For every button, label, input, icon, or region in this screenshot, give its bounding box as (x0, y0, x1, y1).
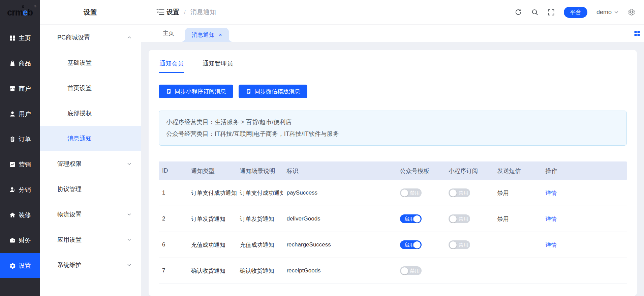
settings-gear-icon[interactable] (628, 8, 635, 16)
sidebar-item-grid[interactable]: 主页 (0, 25, 40, 51)
detail-link[interactable]: 详情 (546, 242, 557, 248)
settings-menu-item-label: 应用设置 (57, 236, 82, 244)
column-header: 公众号模板 (397, 167, 445, 175)
decorate-icon (9, 212, 16, 218)
tab-notify-member[interactable]: 通知会员 (159, 54, 184, 73)
column-header: 通知类型 (188, 167, 236, 175)
settings-menu-item-label: 物流设置 (57, 210, 82, 218)
secondary-sidebar-title: 设置 (40, 0, 141, 25)
settings-menu-item-label: 协议管理 (57, 185, 82, 193)
notification-tabs: 通知会员 通知管理员 (159, 54, 627, 73)
settings-menu-item[interactable]: 首页设置 (40, 75, 141, 100)
cell-mini-subscribe: 禁用 (445, 188, 494, 197)
wechat-template-toggle[interactable]: 启用 (400, 214, 422, 223)
registered-mark: ® (34, 5, 36, 8)
search-icon[interactable] (531, 8, 539, 16)
cell-type: 订单支付成功通知 (188, 189, 236, 197)
settings-menu-item-label: 管理权限 (57, 160, 82, 168)
cell-key: receiptGoods (283, 267, 396, 274)
settings-menu: PC商城设置基础设置首页设置底部授权消息通知管理权限协议管理物流设置应用设置系统… (40, 25, 141, 277)
settings-menu-item-label: PC商城设置 (57, 33, 90, 41)
sidebar-item-user[interactable]: 用户 (0, 101, 40, 126)
sidebar-item-order[interactable]: 订单 (0, 126, 40, 152)
settings-menu-item[interactable]: 消息通知 (40, 126, 141, 151)
detail-link[interactable]: 详情 (546, 190, 557, 196)
switch-label: 禁用 (459, 190, 468, 196)
settings-menu-item[interactable]: PC商城设置 (40, 25, 141, 50)
main-area: 设置 / 消息通知 平台 demo 主页 (141, 0, 644, 296)
sidebar-item-marketing[interactable]: 营销 (0, 152, 40, 177)
wechat-template-toggle[interactable]: 禁用 (400, 266, 422, 275)
tab-notify-admin[interactable]: 通知管理员 (202, 54, 234, 73)
finance-icon (9, 237, 16, 244)
sidebar-item-label: 营销 (19, 160, 31, 169)
settings-menu-item-label: 消息通知 (67, 135, 92, 143)
settings-menu-item[interactable]: 应用设置 (40, 227, 141, 252)
mini-program-category-line: 小程序经营类目：生活服务 > 百货/超市/便利店 (166, 116, 619, 128)
cell-type: 订单发货通知 (188, 215, 236, 223)
sync-mini-program-button[interactable]: 同步小程序订阅消息 (159, 85, 233, 98)
sidebar-item-decorate[interactable]: 装修 (0, 202, 40, 228)
tab-layout-grid-icon[interactable] (634, 30, 640, 36)
platform-button[interactable]: 平台 (564, 7, 587, 18)
document-icon (166, 88, 172, 94)
cell-wechat-template: 禁用 (397, 188, 445, 197)
chevron-down-icon (127, 212, 131, 216)
settings-menu-item[interactable]: 基础设置 (40, 50, 141, 75)
switch-label: 禁用 (459, 216, 468, 222)
cell-key: rechargeSuccess (283, 241, 396, 248)
detail-link[interactable]: 详情 (546, 216, 557, 222)
sync-wechat-template-button[interactable]: 同步微信模版消息 (239, 85, 307, 98)
topbar: 设置 / 消息通知 平台 demo (141, 0, 644, 25)
column-header: 标识 (283, 167, 396, 175)
settings-menu-item[interactable]: 系统维护 (40, 252, 141, 277)
switch-knob (401, 267, 408, 274)
sidebar-item-label: 商品 (19, 59, 31, 67)
cell-id: 6 (159, 241, 188, 248)
table-row: 1订单支付成功通知订单支付成功通知paySuccess禁用禁用禁用详情 (159, 180, 627, 206)
chevron-down-icon (127, 237, 131, 242)
sidebar-item-gear[interactable]: 设置 (0, 253, 40, 278)
settings-menu-item[interactable]: 管理权限 (40, 151, 141, 176)
cell-action: 详情 (542, 189, 627, 197)
notification-table: ID通知类型通知场景说明标识公众号模板小程序订阅发送短信操作 1订单支付成功通知… (159, 161, 627, 284)
logo-ring-mark (22, 5, 24, 8)
sidebar-item-label: 分销 (19, 186, 31, 194)
sidebar-item-finance[interactable]: 财务 (0, 228, 40, 253)
sidebar-item-bag[interactable]: 商品 (0, 51, 40, 76)
mini-subscribe-toggle[interactable]: 禁用 (449, 188, 470, 197)
wechat-template-toggle[interactable]: 启用 (400, 240, 422, 249)
cell-mini-subscribe: 禁用 (445, 240, 494, 249)
column-header: 发送短信 (494, 167, 542, 175)
marketing-icon (9, 161, 16, 168)
sidebar-item-label: 订单 (19, 135, 31, 143)
cell-sms-status: 禁用 (494, 215, 542, 223)
settings-menu-item[interactable]: 协议管理 (40, 176, 141, 202)
settings-menu-item-label: 系统维护 (57, 261, 82, 269)
page-tab-bar: 主页 消息通知 × (141, 25, 644, 42)
order-icon (9, 136, 16, 143)
user-menu[interactable]: demo (596, 9, 619, 16)
breadcrumb-root[interactable]: 设置 (166, 8, 179, 17)
wechat-template-toggle[interactable]: 禁用 (400, 188, 422, 197)
page-tab-home[interactable]: 主页 (161, 29, 176, 42)
sidebar-item-store[interactable]: 商户 (0, 76, 40, 101)
cell-wechat-template: 禁用 (397, 266, 445, 275)
official-account-category-line: 公众号经营类目：IT科技/互联网|电子商务，IT科技/IT软件与服务 (166, 128, 619, 140)
fullscreen-icon[interactable] (548, 9, 555, 16)
settings-menu-item[interactable]: 底部授权 (40, 100, 141, 126)
logo-text: crmeb (7, 7, 33, 18)
refresh-icon[interactable] (515, 8, 522, 16)
page-tab-message-active[interactable]: 消息通知 × (185, 28, 229, 42)
table-row: 6充值成功通知充值成功通知rechargeSuccess启用禁用详情 (159, 232, 627, 258)
sidebar-fold-icon[interactable] (156, 8, 164, 16)
chevron-down-icon (614, 10, 619, 14)
switch-knob (450, 241, 457, 248)
switch-label: 启用 (404, 216, 414, 222)
mini-subscribe-toggle[interactable]: 禁用 (449, 214, 470, 223)
settings-menu-item[interactable]: 物流设置 (40, 202, 141, 227)
close-tab-icon[interactable]: × (219, 32, 222, 38)
mini-subscribe-toggle[interactable]: 禁用 (449, 240, 470, 249)
sidebar-item-distribution[interactable]: 分销 (0, 177, 40, 202)
settings-menu-item-label: 底部授权 (67, 109, 92, 117)
